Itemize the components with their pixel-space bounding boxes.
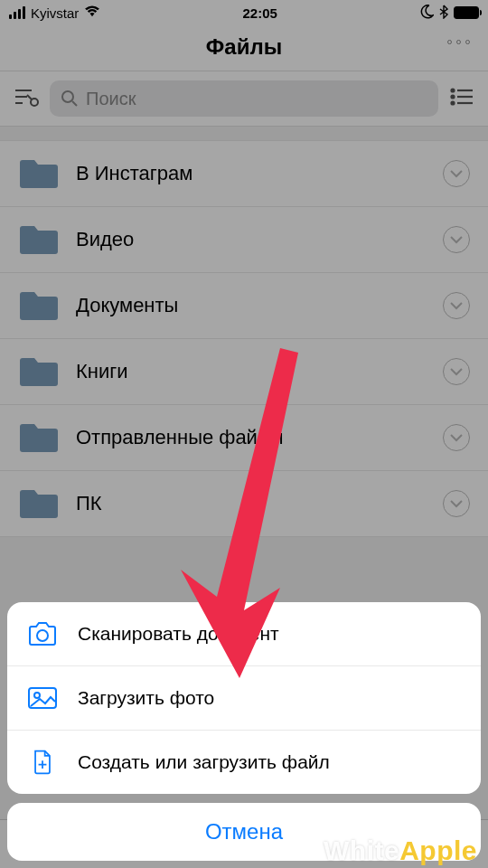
camera-icon xyxy=(27,620,58,647)
svg-point-15 xyxy=(34,693,40,698)
sheet-label: Загрузить фото xyxy=(78,687,214,709)
action-sheet: Сканировать документ Загрузить фото Созд… xyxy=(7,602,481,861)
sheet-scan-document[interactable]: Сканировать документ xyxy=(7,602,481,666)
sheet-label: Сканировать документ xyxy=(78,623,279,645)
sheet-create-file[interactable]: Создать или загрузить файл xyxy=(7,731,481,794)
svg-point-13 xyxy=(37,630,48,641)
watermark: WhiteApple xyxy=(324,835,477,866)
photo-icon xyxy=(27,684,58,712)
file-plus-icon xyxy=(27,749,58,776)
sheet-upload-photo[interactable]: Загрузить фото xyxy=(7,666,481,731)
sheet-label: Создать или загрузить файл xyxy=(78,751,330,773)
